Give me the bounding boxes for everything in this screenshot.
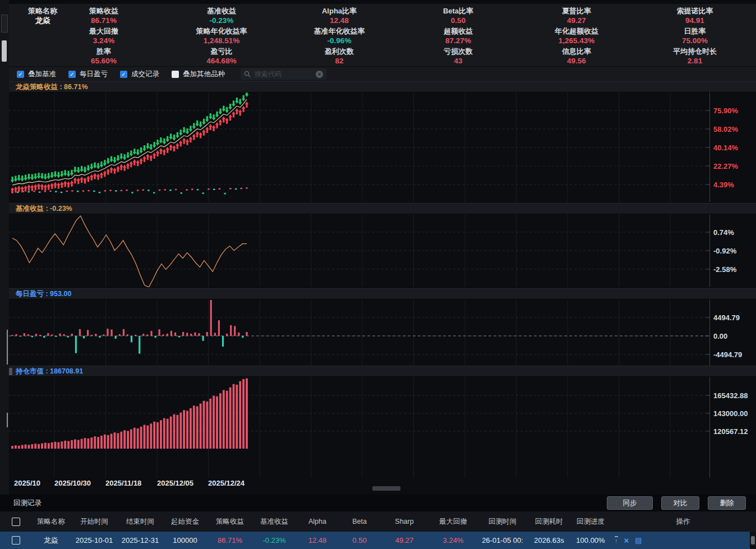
buy-signal-arrow <box>199 132 202 139</box>
left-scroll-rail <box>0 0 9 495</box>
sell-signal-arrow <box>235 98 239 104</box>
sync-button[interactable]: 同步 <box>607 496 653 510</box>
search-input[interactable] <box>253 70 313 79</box>
clear-search-icon[interactable]: × <box>316 71 323 78</box>
row-checkbox[interactable] <box>12 536 20 545</box>
buy-signal-arrow <box>149 155 153 161</box>
sell-signal-arrow <box>123 154 127 160</box>
rail-marker <box>1 15 8 33</box>
left-scrollbar-thumb[interactable] <box>2 40 7 62</box>
log-icon[interactable]: ▤ <box>635 537 642 544</box>
chart-benchmark-return[interactable]: 0.74%-0.92%-2.58% <box>9 214 756 287</box>
checkbox-overlay-other-symbols[interactable]: 叠加其他品种 <box>172 70 225 79</box>
stat-label: 夏普比率 <box>518 7 635 16</box>
compare-button[interactable]: 对比 <box>661 496 699 510</box>
stat-item: 平均持仓时长2.81 <box>636 47 754 66</box>
stat-item: 策略年化收益率1,248.51% <box>163 27 280 45</box>
buy-signal-arrow <box>186 139 190 145</box>
buy-signal-arrow <box>189 136 193 142</box>
sell-signal-arrow <box>20 176 24 182</box>
stat-value: 1,265.43% <box>518 36 635 45</box>
buy-signal-arrow <box>179 140 183 146</box>
rail-segment[interactable] <box>7 413 8 427</box>
stat-item: 索提诺比率94.91 <box>636 7 754 25</box>
horizontal-scrollbar-thumb[interactable] <box>372 486 400 491</box>
checkbox-box[interactable]: ✓ <box>17 71 24 78</box>
sell-signal-arrow <box>57 172 61 178</box>
buy-signal-arrow <box>212 125 216 131</box>
stat-item: 信息比率49.56 <box>518 47 635 66</box>
buy-signal-arrow <box>136 160 140 166</box>
sell-signal-arrow <box>195 121 199 127</box>
checkbox-box[interactable] <box>172 71 179 78</box>
panel-handle[interactable] <box>9 368 12 375</box>
table-header-cell: 回测时间 <box>478 517 527 527</box>
checkbox-box[interactable]: ✓ <box>68 71 76 78</box>
checkbox-box[interactable]: ✓ <box>120 71 127 78</box>
sell-signal-arrow <box>159 137 163 144</box>
chart-position-value[interactable]: 165432.88143000.00120567.12 <box>9 377 756 478</box>
top-strip <box>9 0 756 4</box>
buy-signal-arrow <box>96 174 100 180</box>
panel-title-strategy-return: 龙焱策略收益 : 86.71% <box>9 81 756 93</box>
sell-signal-arrow <box>139 147 143 154</box>
stat-item: 年化超额收益1,265.43% <box>518 27 635 45</box>
checkbox-trade-records[interactable]: ✓成交记录 <box>120 70 159 79</box>
buy-signal-arrow <box>159 148 163 154</box>
table-header-cell: 结束时间 <box>118 517 163 527</box>
buy-signal-arrow <box>70 181 74 187</box>
buy-signal-arrow <box>153 153 156 159</box>
buy-signal-arrow <box>116 166 120 172</box>
svg-text:4494.79: 4494.79 <box>713 313 740 322</box>
stat-value: 65.60% <box>45 56 163 66</box>
sell-signal-arrow <box>199 122 202 128</box>
table-cell: -0.23% <box>252 536 296 545</box>
table-header-cell: 开始时间 <box>71 517 118 527</box>
delete-button[interactable]: 删除 <box>708 496 746 510</box>
table-cell: 100.00% <box>571 536 610 545</box>
sell-signal-arrow <box>83 167 87 173</box>
stat-value: 12.48 <box>280 16 398 25</box>
svg-text:120567.12: 120567.12 <box>713 427 748 436</box>
checkbox-daily-pnl[interactable]: ✓每日盈亏 <box>68 70 108 79</box>
table-row[interactable]: 龙焱2025-10-012025-12-3110000086.71%-0.23%… <box>0 532 756 549</box>
buy-signal-arrow <box>245 102 249 108</box>
sell-signal-arrow <box>106 158 110 164</box>
buy-signal-arrow <box>235 108 239 114</box>
panel-title-benchmark-return: 基准收益 : -0.23% <box>9 203 756 214</box>
sell-signal-arrow <box>238 99 242 105</box>
sell-signal-arrow <box>44 174 48 180</box>
stat-item: 最大回撤3.24% <box>45 27 163 45</box>
pin-top-icon[interactable]: ↑ <box>615 536 618 545</box>
select-all-cell <box>0 518 31 526</box>
sell-signal-arrow <box>37 173 41 179</box>
panel-title-position-value: 持仓市值 : 186708.91 <box>9 366 756 377</box>
sell-signal-arrow <box>63 170 67 176</box>
stat-label: Alpha比率 <box>280 7 398 16</box>
charts-region: 2025/102025/10/302025/11/182025/12/05202… <box>9 81 756 495</box>
table-scrollbar-thumb[interactable] <box>751 536 755 545</box>
sell-signal-arrow <box>34 173 38 179</box>
chart-daily-pnl[interactable]: 4494.790.00-4494.79 <box>9 299 756 366</box>
select-all-checkbox[interactable] <box>12 518 20 526</box>
stat-value: 86.71% <box>45 16 163 25</box>
buy-signal-arrow <box>57 182 61 188</box>
remove-icon[interactable]: × <box>624 537 629 544</box>
rail-segment[interactable] <box>7 330 8 365</box>
chart-strategy-return[interactable]: 75.90%58.02%40.14%22.27%4.39% <box>9 93 756 202</box>
sell-signal-arrow <box>116 155 120 162</box>
benchmark-line <box>12 216 247 287</box>
table-header-cell: 回测进度 <box>571 517 610 527</box>
stat-item: 超额收益87.27% <box>399 27 517 45</box>
sell-signal-arrow <box>179 130 183 136</box>
checkbox-overlay-benchmark[interactable]: ✓叠加基准 <box>17 70 56 79</box>
buy-signal-arrow <box>225 118 229 124</box>
checkbox-label: 成交记录 <box>131 70 159 79</box>
sell-signal-arrow <box>146 143 150 149</box>
buy-signal-arrow <box>90 174 94 181</box>
stat-value: -0.96% <box>280 36 398 45</box>
buy-signal-arrow <box>119 164 123 170</box>
svg-text:-0.92%: -0.92% <box>713 247 737 255</box>
checkbox-label: 叠加其他品种 <box>183 70 225 79</box>
stat-label: 日胜率 <box>636 27 754 36</box>
